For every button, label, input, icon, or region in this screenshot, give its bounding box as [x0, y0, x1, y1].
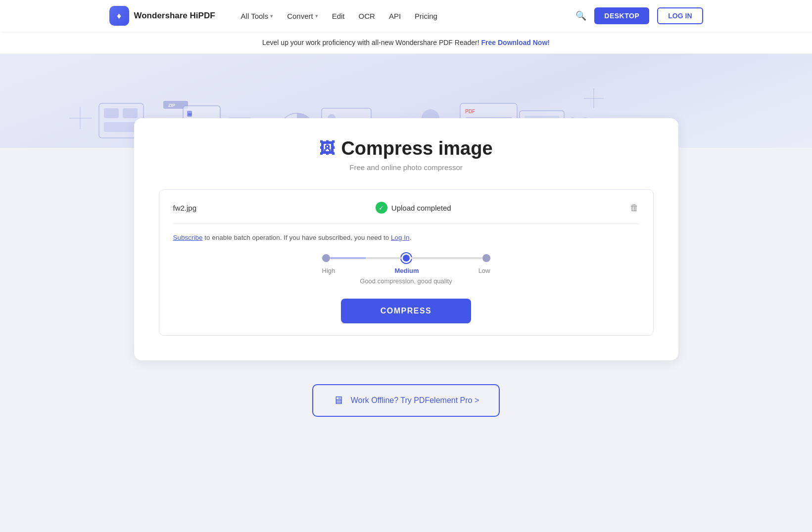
- offline-promo-text: Work Offline? Try PDFelement Pro >: [351, 396, 479, 405]
- svg-rect-3: [104, 122, 139, 132]
- upload-box: fw2.jpg ✓ Upload completed 🗑 Subscribe t…: [159, 189, 654, 336]
- nav-pricing[interactable]: Pricing: [415, 12, 437, 20]
- nav-edit[interactable]: Edit: [332, 12, 345, 20]
- nav-convert[interactable]: Convert ▾: [287, 12, 318, 20]
- high-dot: [322, 254, 330, 262]
- subscribe-link[interactable]: Subscribe: [173, 234, 203, 241]
- main-content: 🖼 Compress image Free and online photo c…: [0, 148, 812, 446]
- nav-ocr[interactable]: OCR: [359, 12, 375, 20]
- login-button[interactable]: LOG IN: [657, 7, 703, 24]
- desktop-button[interactable]: DESKTOP: [594, 7, 649, 24]
- svg-text:ZIP: ZIP: [168, 103, 175, 108]
- nav-all-tools[interactable]: All Tools ▾: [241, 12, 274, 20]
- upload-header: fw2.jpg ✓ Upload completed 🗑: [173, 202, 639, 224]
- compression-slider-row: [322, 253, 490, 263]
- label-high: High: [322, 267, 335, 274]
- chevron-down-icon: ▾: [315, 13, 318, 19]
- svg-text:W: W: [188, 112, 192, 117]
- low-dot: [482, 254, 490, 262]
- promo-banner: Level up your work proficiency with all-…: [0, 32, 812, 54]
- page-subtitle: Free and online photo compressor: [159, 163, 654, 172]
- logo-icon: ♦: [109, 6, 129, 26]
- svg-rect-1: [104, 108, 119, 118]
- monitor-icon: 🖥: [333, 394, 344, 407]
- slider-fill: [330, 257, 366, 259]
- label-medium: Medium: [394, 267, 419, 274]
- nav-api[interactable]: API: [389, 12, 401, 20]
- search-button[interactable]: 🔍: [575, 10, 586, 21]
- chevron-down-icon: ▾: [270, 13, 273, 19]
- delete-file-button[interactable]: 🗑: [630, 203, 639, 213]
- brand-name: Wondershare HiPDF: [134, 11, 215, 21]
- compression-control: High Medium Low Good compression, good q…: [173, 253, 639, 323]
- check-circle-icon: ✓: [376, 202, 387, 214]
- svg-rect-2: [123, 108, 138, 118]
- trash-icon: 🗑: [630, 203, 639, 213]
- compress-image-icon: 🖼: [319, 139, 335, 158]
- offline-promo[interactable]: 🖥 Work Offline? Try PDFelement Pro >: [312, 384, 500, 417]
- logo[interactable]: ♦ Wondershare HiPDF: [109, 6, 215, 26]
- page-title: 🖼 Compress image: [159, 138, 654, 159]
- compress-button[interactable]: COMPRESS: [341, 299, 472, 323]
- compression-description: Good compression, good quality: [360, 277, 452, 285]
- slider-fill-right: [411, 257, 447, 259]
- navbar: ♦ Wondershare HiPDF All Tools ▾ Convert …: [0, 0, 812, 32]
- banner-link[interactable]: Free Download Now!: [481, 39, 550, 46]
- title-area: 🖼 Compress image Free and online photo c…: [159, 138, 654, 172]
- subscribe-note: Subscribe to enable batch operation. If …: [173, 234, 639, 241]
- nav-actions: 🔍 DESKTOP LOG IN: [575, 7, 703, 24]
- upload-status: ✓ Upload completed: [376, 202, 451, 214]
- svg-text:PDF: PDF: [465, 109, 475, 114]
- slider-labels: High Medium Low: [322, 267, 490, 274]
- login-link[interactable]: Log In: [391, 234, 410, 241]
- nav-links: All Tools ▾ Convert ▾ Edit OCR API Prici…: [241, 12, 560, 20]
- banner-text: Level up your work proficiency with all-…: [262, 39, 479, 46]
- tool-card: 🖼 Compress image Free and online photo c…: [134, 118, 678, 360]
- medium-dot[interactable]: [401, 253, 411, 263]
- file-name: fw2.jpg: [173, 204, 197, 212]
- slider-track-left: [330, 257, 401, 259]
- search-icon: 🔍: [575, 10, 586, 21]
- slider-track-right: [411, 257, 482, 259]
- label-low: Low: [478, 267, 490, 274]
